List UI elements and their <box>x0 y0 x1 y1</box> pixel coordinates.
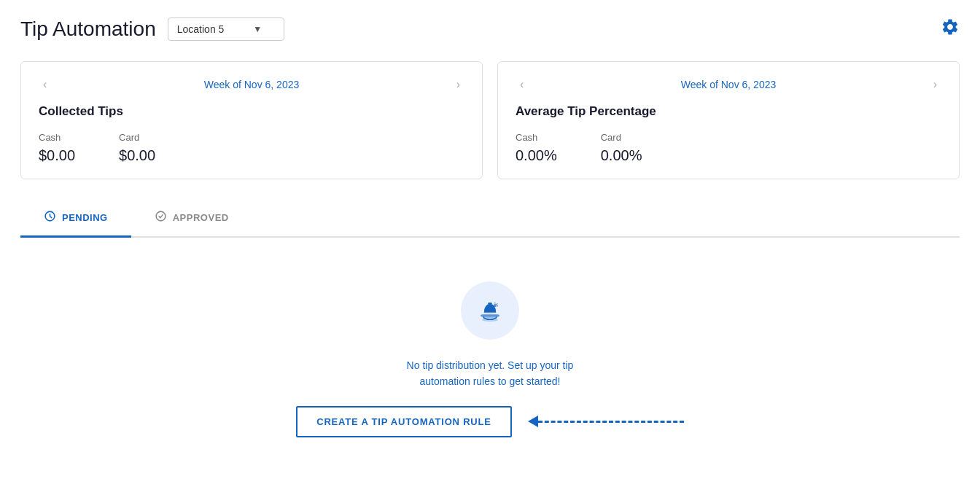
location-dropdown[interactable]: Location 5 ▼ <box>168 17 284 41</box>
svg-point-1 <box>156 211 166 221</box>
metric-card-2: Card 0.00% <box>601 132 642 164</box>
cash-label-1: Cash <box>39 132 75 143</box>
chevron-down-icon: ▼ <box>253 24 262 34</box>
page-title: Tip Automation <box>20 17 156 41</box>
create-automation-rule-button[interactable]: CREATE A TIP AUTOMATION RULE <box>296 406 512 437</box>
card-value-1: $0.00 <box>119 147 155 164</box>
header: Tip Automation Location 5 ▼ <box>20 17 960 41</box>
week-label-1: Week of Nov 6, 2023 <box>204 79 299 90</box>
cash-value-1: $0.00 <box>39 147 75 164</box>
card-label-1: Card <box>119 132 155 143</box>
week-nav-2: ‹ Week of Nov 6, 2023 › <box>516 77 941 93</box>
next-week-button-1[interactable]: › <box>452 77 464 93</box>
svg-rect-4 <box>488 303 492 305</box>
tip-tray-icon <box>474 295 506 327</box>
card-metrics-2: Cash 0.00% Card 0.00% <box>516 132 941 164</box>
empty-icon-circle <box>461 281 519 340</box>
avg-tip-card: ‹ Week of Nov 6, 2023 › Average Tip Perc… <box>497 61 960 179</box>
collected-tips-card: ‹ Week of Nov 6, 2023 › Collected Tips C… <box>20 61 483 179</box>
check-circle-icon <box>155 210 167 225</box>
tab-approved[interactable]: APPROVED <box>131 200 252 238</box>
metric-card-1: Card $0.00 <box>119 132 155 164</box>
card-label-2: Card <box>601 132 642 143</box>
tabs-container: PENDING APPROVED <box>20 200 960 238</box>
card-value-2: 0.00% <box>601 147 642 164</box>
card-title-2: Average Tip Percentage <box>516 104 941 119</box>
gear-icon <box>941 17 960 36</box>
tab-pending-label: PENDING <box>62 212 108 223</box>
location-label: Location 5 <box>177 23 225 35</box>
cash-label-2: Cash <box>516 132 557 143</box>
arrow-line <box>538 421 684 423</box>
empty-state: No tip distribution yet. Set up your tip… <box>20 238 960 467</box>
empty-text-line1: No tip distribution yet. Set up your tip <box>407 359 574 371</box>
cash-value-2: 0.00% <box>516 147 557 164</box>
prev-week-button-2[interactable]: ‹ <box>516 77 528 93</box>
next-week-button-2[interactable]: › <box>929 77 941 93</box>
tab-pending[interactable]: PENDING <box>20 200 131 238</box>
metric-cash-2: Cash 0.00% <box>516 132 557 164</box>
tab-approved-label: APPROVED <box>173 212 229 223</box>
clock-icon <box>44 210 56 225</box>
card-title-1: Collected Tips <box>39 104 464 119</box>
header-left: Tip Automation Location 5 ▼ <box>20 17 284 41</box>
svg-line-7 <box>497 303 497 304</box>
week-label-2: Week of Nov 6, 2023 <box>681 79 776 90</box>
metric-cash-1: Cash $0.00 <box>39 132 75 164</box>
arrow-head-icon <box>528 416 538 427</box>
settings-button[interactable] <box>941 17 960 41</box>
cards-row: ‹ Week of Nov 6, 2023 › Collected Tips C… <box>20 61 960 179</box>
svg-rect-3 <box>481 315 499 317</box>
empty-text-line2: automation rules to get started! <box>419 375 560 387</box>
empty-text: No tip distribution yet. Set up your tip… <box>407 357 574 390</box>
card-metrics-1: Cash $0.00 Card $0.00 <box>39 132 464 164</box>
week-nav-1: ‹ Week of Nov 6, 2023 › <box>39 77 464 93</box>
svg-point-5 <box>494 304 497 307</box>
dashed-arrow <box>529 416 684 427</box>
cta-row: CREATE A TIP AUTOMATION RULE <box>296 406 684 437</box>
prev-week-button-1[interactable]: ‹ <box>39 77 51 93</box>
page-container: Tip Automation Location 5 ▼ ‹ Week of No… <box>0 0 980 484</box>
